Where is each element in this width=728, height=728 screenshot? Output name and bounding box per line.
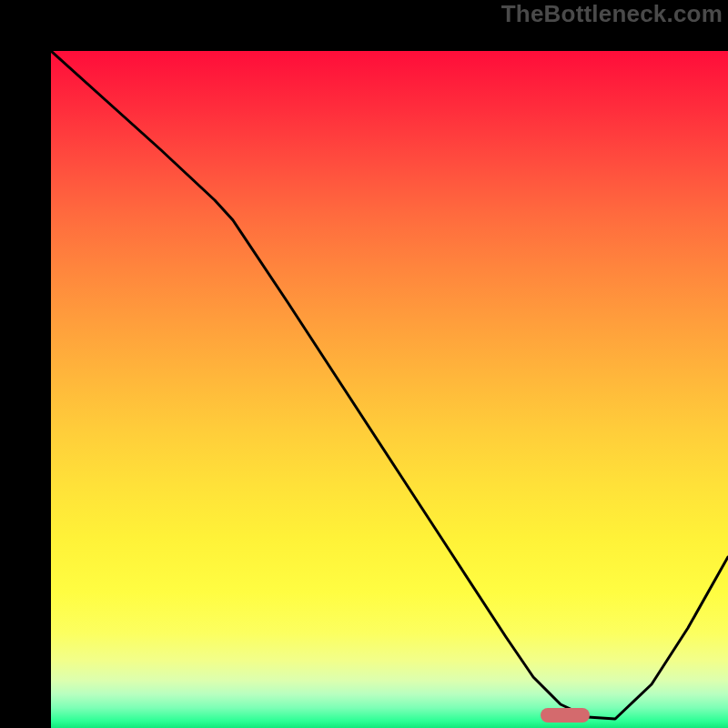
optimal-marker: [541, 708, 590, 723]
plot-area: [51, 51, 728, 728]
bottleneck-curve: [51, 51, 728, 719]
watermark-text: TheBottleneck.com: [501, 0, 723, 28]
chart-frame: [0, 0, 728, 728]
curve-layer: [51, 51, 728, 728]
